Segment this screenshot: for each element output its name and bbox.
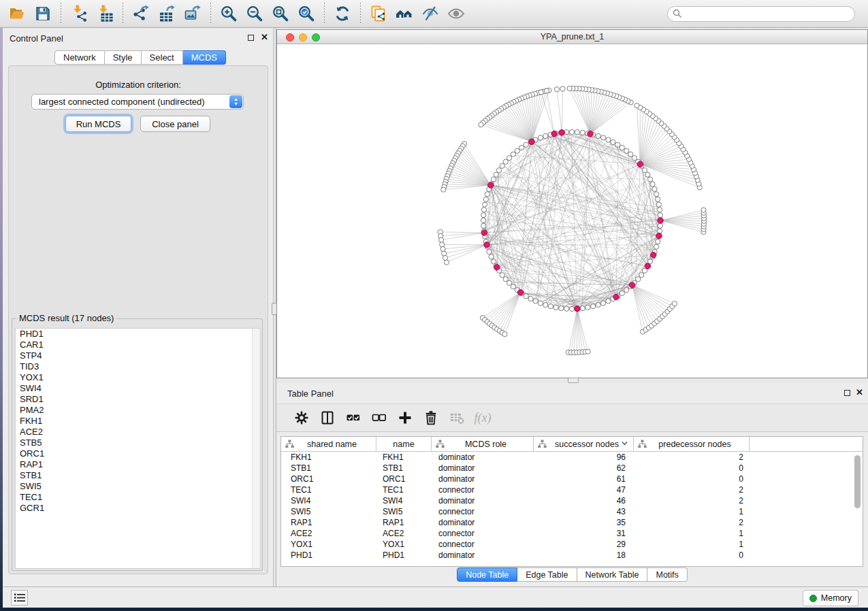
network-node[interactable] xyxy=(439,237,444,242)
network-node[interactable] xyxy=(479,122,483,127)
network-node[interactable] xyxy=(656,202,661,207)
close-window-icon[interactable] xyxy=(286,33,294,42)
network-node[interactable] xyxy=(585,305,590,310)
network-node[interactable] xyxy=(538,301,543,306)
network-node[interactable] xyxy=(652,186,657,191)
close-panel-icon[interactable]: ✕ xyxy=(856,387,863,397)
result-node[interactable]: STB5 xyxy=(16,437,260,448)
network-node[interactable] xyxy=(596,303,600,308)
result-node[interactable]: CAR1 xyxy=(16,340,260,350)
network-node[interactable] xyxy=(624,288,629,293)
export-network-button[interactable] xyxy=(128,2,154,25)
tab-mcds[interactable]: MCDS xyxy=(183,50,226,65)
network-window-titlebar[interactable]: YPA_prune.txt_1 xyxy=(277,30,867,44)
result-list-scrollbar[interactable] xyxy=(252,329,260,568)
table-row[interactable]: TEC1TEC1connector472 xyxy=(281,484,863,495)
mcds-hub-node[interactable] xyxy=(630,282,635,288)
table-scrollbar[interactable] xyxy=(854,452,861,565)
network-node[interactable] xyxy=(632,156,637,161)
network-node[interactable] xyxy=(544,88,549,93)
result-node[interactable]: FKH1 xyxy=(16,416,260,427)
network-node[interactable] xyxy=(650,182,655,186)
network-node[interactable] xyxy=(606,299,611,303)
open-folder-button[interactable] xyxy=(4,2,30,25)
network-node[interactable] xyxy=(591,304,596,309)
horizontal-splitter[interactable] xyxy=(276,378,868,383)
result-node[interactable]: SWI5 xyxy=(16,481,260,492)
network-node[interactable] xyxy=(648,177,653,182)
refresh-button[interactable] xyxy=(329,2,355,25)
result-node[interactable]: GCR1 xyxy=(16,503,260,514)
float-panel-icon[interactable] xyxy=(844,390,850,396)
network-node[interactable] xyxy=(554,87,559,92)
column-header-MCDS-role[interactable]: MCDS role xyxy=(432,437,534,451)
network-node[interactable] xyxy=(656,197,660,201)
network-node[interactable] xyxy=(615,142,620,147)
network-node[interactable] xyxy=(485,192,489,197)
network-node[interactable] xyxy=(440,242,445,247)
network-node[interactable] xyxy=(515,148,519,153)
network-node[interactable] xyxy=(491,259,496,264)
network-node[interactable] xyxy=(636,277,641,282)
table-row[interactable]: ORC1ORC1dominator610 xyxy=(281,474,863,484)
task-history-button[interactable] xyxy=(11,590,28,606)
result-node[interactable]: SRD1 xyxy=(16,394,260,405)
mcds-result-list[interactable]: PHD1CAR1STP4TID3YOX1SWI4SRD1PMA2FKH1ACE2… xyxy=(15,328,261,569)
network-node[interactable] xyxy=(560,86,565,91)
result-node[interactable]: TID3 xyxy=(16,361,260,372)
network-canvas[interactable] xyxy=(277,44,867,378)
mcds-hub-node[interactable] xyxy=(488,182,494,188)
network-node[interactable] xyxy=(489,254,494,259)
network-node[interactable] xyxy=(481,208,486,212)
minimize-window-icon[interactable] xyxy=(299,33,307,42)
network-node[interactable] xyxy=(538,135,543,140)
network-node[interactable] xyxy=(533,299,538,303)
network-node[interactable] xyxy=(656,240,660,244)
mcds-hub-node[interactable] xyxy=(517,290,523,295)
zoom-fit-button[interactable] xyxy=(268,2,293,25)
network-node[interactable] xyxy=(524,294,528,299)
network-node[interactable] xyxy=(496,168,501,173)
mcds-hub-node[interactable] xyxy=(588,131,593,137)
result-node[interactable]: YOX1 xyxy=(16,372,260,383)
close-panel-icon[interactable]: ✕ xyxy=(261,32,268,42)
mcds-hub-node[interactable] xyxy=(575,306,580,312)
network-node[interactable] xyxy=(606,137,611,142)
network-node[interactable] xyxy=(543,133,548,138)
tab-node-table[interactable]: Node Table xyxy=(457,567,517,582)
network-node[interactable] xyxy=(481,213,486,218)
network-node[interactable] xyxy=(654,192,659,197)
result-node[interactable]: TEC1 xyxy=(16,492,260,503)
column-header-successor-nodes[interactable]: successor nodes xyxy=(534,437,634,451)
network-node[interactable] xyxy=(567,86,572,90)
clone-network-button[interactable] xyxy=(366,2,391,25)
tab-network[interactable]: Network xyxy=(54,50,105,65)
table-row[interactable]: ACE2ACE2connector311 xyxy=(281,528,863,539)
add-button[interactable] xyxy=(392,406,418,429)
gear-button[interactable] xyxy=(289,406,315,429)
network-node[interactable] xyxy=(628,152,633,156)
network-node[interactable] xyxy=(569,129,574,134)
maximize-window-icon[interactable] xyxy=(312,33,320,42)
network-node[interactable] xyxy=(701,208,706,212)
eye-slash-button[interactable] xyxy=(417,2,443,25)
result-node[interactable]: ACE2 xyxy=(16,427,260,437)
network-node[interactable] xyxy=(601,301,606,306)
eye-button[interactable] xyxy=(443,2,469,25)
network-node[interactable] xyxy=(491,177,496,182)
table-row[interactable]: YOX1YOX1connector291 xyxy=(281,539,863,550)
result-node[interactable]: SWI4 xyxy=(16,383,260,394)
network-node[interactable] xyxy=(494,172,498,177)
network-node[interactable] xyxy=(502,332,507,337)
network-node[interactable] xyxy=(543,303,548,308)
mcds-hub-node[interactable] xyxy=(494,265,500,270)
network-node[interactable] xyxy=(639,273,644,278)
search-input[interactable] xyxy=(667,6,855,22)
network-node[interactable] xyxy=(585,349,590,354)
network-node[interactable] xyxy=(483,197,488,201)
network-node[interactable] xyxy=(559,306,564,311)
tab-edge-table[interactable]: Edge Table xyxy=(517,567,577,582)
network-node[interactable] xyxy=(620,291,624,295)
export-table-button[interactable] xyxy=(154,2,180,25)
network-node[interactable] xyxy=(642,168,647,173)
